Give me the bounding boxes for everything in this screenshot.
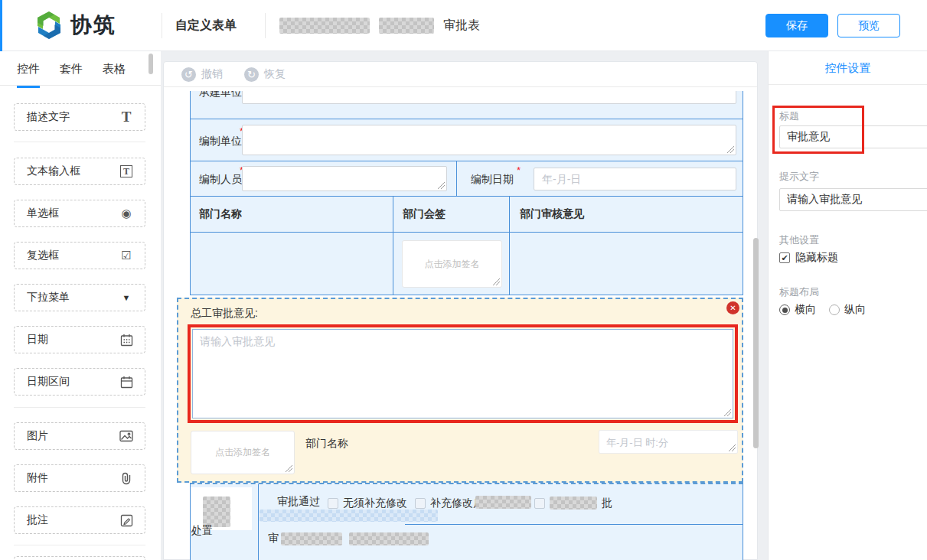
- approval-option-checkbox[interactable]: [415, 498, 426, 509]
- redacted-content: [349, 532, 429, 545]
- date-label: 编制日期: [471, 173, 514, 187]
- sidebar-item-label: 图片: [27, 429, 48, 443]
- text-input-icon: T: [119, 165, 134, 177]
- redacted-title-text: [379, 18, 434, 34]
- sidebar-tab-控件[interactable]: 控件: [17, 62, 40, 88]
- description-text-icon: T: [119, 109, 134, 125]
- signature-box[interactable]: 点击添加签名: [191, 431, 295, 474]
- required-asterisk: *: [517, 164, 521, 176]
- annotation-red-box: [772, 106, 864, 154]
- title-layout-options: 横向纵向: [779, 303, 873, 317]
- hint-field-label: 提示文字: [779, 170, 819, 184]
- sidebar-scrollbar-thumb[interactable]: [149, 54, 153, 74]
- sidebar-group-divider: [14, 407, 145, 408]
- sidebar-tabs: 控件套件表格: [17, 62, 126, 88]
- sidebar-group-divider: [14, 142, 145, 142]
- sidebar-item-批注[interactable]: 批注: [14, 506, 145, 534]
- redo-button[interactable]: ↻ 恢复: [244, 67, 286, 82]
- redo-icon: ↻: [244, 67, 259, 82]
- accent-edge: [0, 0, 2, 51]
- approval-option: 补充修改后上报备案: [415, 497, 527, 510]
- hint-field-input[interactable]: [779, 188, 927, 211]
- canvas-scrollbar-thumb[interactable]: [753, 238, 759, 448]
- second-approval-line: 审: [268, 532, 429, 545]
- sidebar-item-label: 复选框: [27, 249, 59, 262]
- checkbox-icon: ☑: [119, 249, 134, 262]
- approve-pass-label: 审批通过: [277, 495, 320, 511]
- sidebar-item-图片[interactable]: 图片: [14, 422, 145, 450]
- person-cell: 编制人员 *: [191, 161, 456, 196]
- sidebar-item-描述文字[interactable]: 描述文字T: [14, 103, 145, 131]
- sidebar-item-label: 日期: [27, 333, 48, 347]
- form-row-contractor: 承建单位 请选择 ▼: [190, 91, 743, 119]
- resize-handle[interactable]: [729, 444, 736, 451]
- dept-sign-header-cell: 部门会签: [393, 197, 509, 232]
- dept-opinion-header-cell: 部门审核意见: [509, 197, 743, 232]
- unit-label: 编制单位: [199, 135, 242, 148]
- sidebar-item-单选框[interactable]: 单选框◉: [14, 200, 145, 227]
- canvas-toolbar: ↺ 撤销 ↻ 恢复: [164, 62, 757, 87]
- dept-name-header-cell: 部门名称: [191, 197, 393, 232]
- person-input[interactable]: [242, 166, 447, 191]
- sidebar-item-label: 日期区间: [27, 375, 70, 389]
- contractor-select[interactable]: 请选择 ▼: [242, 91, 736, 104]
- resize-handle[interactable]: [493, 278, 500, 285]
- dept-opinion-cell[interactable]: [509, 233, 743, 295]
- resize-handle[interactable]: [727, 146, 734, 153]
- signature-box[interactable]: 点击添加签名: [402, 240, 502, 288]
- approval-option-label: 补充修改后上报备案: [430, 497, 527, 510]
- brand-name: 协筑: [70, 11, 116, 40]
- widget-sidebar: 控件套件表格 描述文字T文本输入框T单选框◉复选框☑下拉菜单▼日期日期区间图片附…: [0, 51, 161, 560]
- resize-handle[interactable]: [286, 465, 292, 472]
- datetime-input[interactable]: 年-月-日 时:分: [599, 430, 738, 454]
- sidebar-item-文本输入框[interactable]: 文本输入框T: [14, 158, 145, 185]
- layout-radio-label: 纵向: [844, 303, 866, 317]
- redacted-content: [203, 497, 230, 527]
- sidebar-tab-表格[interactable]: 表格: [103, 62, 126, 88]
- resize-handle[interactable]: [724, 409, 731, 416]
- sidebar-item-附件[interactable]: 附件: [14, 464, 145, 492]
- form-body: 承建单位 请选择 ▼ 编制单位 * 编制人员 * 编制日期 * 年-月-日: [190, 91, 743, 560]
- sidebar-item-复选框[interactable]: 复选框☑: [14, 242, 145, 269]
- contractor-label: 承建单位: [199, 91, 242, 99]
- sidebar-item-label: 单选框: [27, 207, 59, 220]
- dept-sign-cell: 点击添加签名: [393, 233, 509, 295]
- dept-name-cell[interactable]: [191, 233, 393, 295]
- sidebar-item-下拉菜单[interactable]: 下拉菜单▼: [14, 284, 145, 311]
- hide-title-label: 隐藏标题: [795, 251, 838, 265]
- app-header: 协筑 自定义表单 审批表 保存 预览: [0, 0, 927, 51]
- redacted-content: [281, 532, 342, 545]
- layout-radio[interactable]: [829, 304, 840, 315]
- undo-button[interactable]: ↺ 撤销: [181, 67, 223, 82]
- form-type-title: 自定义表单: [175, 18, 237, 34]
- other-settings-label: 其他设置: [779, 233, 819, 247]
- annotate-icon: [119, 514, 134, 527]
- date-input[interactable]: 年-月-日: [534, 168, 736, 190]
- approval-option-checkbox[interactable]: [328, 498, 338, 509]
- person-label: 编制人员: [199, 173, 242, 187]
- sidebar-item-日期[interactable]: 日期: [14, 326, 145, 353]
- unit-textarea[interactable]: [242, 125, 736, 155]
- sidebar-tab-套件[interactable]: 套件: [60, 62, 83, 88]
- resize-handle[interactable]: [438, 182, 445, 189]
- redacted-title-text: [279, 18, 370, 34]
- sidebar-item-partial[interactable]: [14, 556, 145, 560]
- sidebar-item-日期区间[interactable]: 日期区间: [14, 368, 145, 396]
- preview-button[interactable]: 预览: [837, 14, 900, 37]
- delete-widget-icon[interactable]: ✕: [726, 301, 739, 314]
- layout-radio[interactable]: [779, 304, 790, 315]
- dept-table-header: 部门名称 部门会签 部门审核意见: [190, 197, 743, 233]
- approval-option-label: 无须补充修改: [343, 497, 407, 510]
- approval-option-checkbox[interactable]: [534, 498, 545, 509]
- approval-opinion-widget[interactable]: ✕ 总工审批意见: 请输入审批意见 点击添加签名 部门名称 年-月-日 时:分: [177, 298, 743, 483]
- annotation-red-box: 请输入审批意见: [188, 324, 738, 423]
- layout-option-横向: 横向: [779, 303, 816, 317]
- form-row-unit: 编制单位 *: [190, 119, 743, 161]
- approval-opinion-textarea[interactable]: 请输入审批意见: [192, 329, 733, 418]
- approval-option: 批: [534, 497, 612, 510]
- approval-options-row: 审批通过 无须补充修改补充修改后上报备案批: [277, 495, 612, 511]
- save-button[interactable]: 保存: [765, 14, 828, 37]
- redacted-content: [259, 510, 438, 522]
- layout-option-纵向: 纵向: [829, 303, 866, 317]
- hide-title-checkbox[interactable]: ✔: [779, 252, 790, 263]
